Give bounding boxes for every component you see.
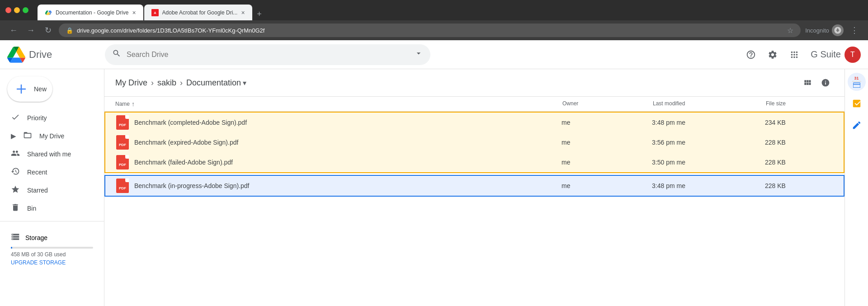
- info-button[interactable]: [817, 75, 834, 91]
- breadcrumb-dropdown-icon[interactable]: ▾: [243, 79, 246, 87]
- storage-bar-bg: [11, 247, 93, 249]
- file-modified-3: 3:50 pm me: [652, 159, 765, 166]
- svg-rect-19: [853, 83, 860, 88]
- sidebar-recent-label: Recent: [27, 169, 47, 176]
- calendar-icon-btn[interactable]: 31: [848, 73, 866, 91]
- recent-icon: [11, 167, 20, 178]
- new-button-icon: [13, 81, 29, 97]
- svg-marker-17: [125, 179, 129, 182]
- storage-bar-fill: [11, 247, 12, 249]
- sidebar-starred-label: Starred: [27, 187, 48, 194]
- my-drive-icon: [23, 131, 32, 142]
- new-button[interactable]: New: [7, 76, 52, 102]
- drive-logo: Drive: [7, 47, 98, 63]
- settings-button[interactable]: [764, 46, 782, 64]
- svg-text:PDF: PDF: [119, 163, 126, 167]
- bookmark-icon[interactable]: ☆: [787, 26, 793, 35]
- svg-text:PDF: PDF: [119, 186, 126, 190]
- svg-marker-9: [125, 135, 129, 139]
- starred-icon: [11, 185, 20, 196]
- close-window-btn[interactable]: [5, 7, 11, 13]
- pdf-icon-2: PDF: [116, 135, 129, 150]
- table-row[interactable]: PDF Benchmark (in-progress-Adobe Sign).p…: [104, 175, 844, 197]
- incognito-avatar: [832, 24, 844, 36]
- incognito-label: Incognito: [805, 27, 829, 34]
- grid-view-button[interactable]: [799, 75, 816, 91]
- refresh-button[interactable]: ↻: [42, 24, 54, 37]
- tabs-bar: Documentation - Google Drive × A Adobe A…: [38, 0, 266, 20]
- header-actions: G Suite T: [742, 46, 861, 64]
- file-size-4: 228 KB: [765, 182, 833, 189]
- sidebar-item-bin[interactable]: Bin: [0, 199, 97, 217]
- tab2-close[interactable]: ×: [241, 9, 245, 16]
- minimize-window-btn[interactable]: [14, 7, 20, 13]
- svg-text:A: A: [154, 11, 156, 15]
- sidebar-priority-label: Priority: [27, 114, 47, 122]
- tab1-title: Documentation - Google Drive: [56, 9, 128, 16]
- tasks-icon-btn[interactable]: [848, 94, 866, 113]
- browser-menu[interactable]: ⋮: [848, 24, 861, 37]
- col-modified: Last modified: [653, 100, 766, 108]
- search-icon: [112, 49, 121, 60]
- svg-rect-15: [116, 179, 129, 193]
- app-header: Drive G Suite T: [0, 40, 868, 69]
- user-avatar[interactable]: T: [844, 47, 861, 63]
- breadcrumb-sep-2: ›: [180, 78, 183, 88]
- maximize-window-btn[interactable]: [23, 7, 28, 13]
- forward-button[interactable]: →: [24, 24, 37, 37]
- address-bar[interactable]: 🔒 drive.google.com/drive/folders/1D3fLOA…: [59, 24, 801, 37]
- storage-section: Storage 458 MB of 30 GB used UPGRADE STO…: [0, 225, 104, 273]
- sidebar-item-recent[interactable]: Recent: [0, 163, 97, 181]
- search-bar[interactable]: [105, 44, 430, 65]
- table-row[interactable]: PDF Benchmark (completed-Adobe Sign).pdf…: [104, 112, 844, 132]
- gsuite-text: G Suite: [811, 49, 841, 60]
- file-name-cell-1: PDF Benchmark (completed-Adobe Sign).pdf: [116, 115, 561, 130]
- help-button[interactable]: [742, 46, 760, 64]
- file-list-header: Name ↑ Owner Last modified File size: [104, 97, 844, 112]
- breadcrumb-sakib[interactable]: sakib: [157, 78, 176, 88]
- table-row[interactable]: PDF Benchmark (expired-Adobe Sign).pdf m…: [104, 132, 844, 152]
- file-size-2: 228 KB: [765, 139, 833, 146]
- search-input[interactable]: [127, 51, 409, 59]
- lock-icon: 🔒: [66, 27, 73, 34]
- apps-button[interactable]: [785, 46, 803, 64]
- acrobat-favicon: A: [151, 9, 159, 16]
- pen-icon-btn[interactable]: [848, 116, 866, 134]
- drive-logo-icon: [7, 47, 25, 63]
- svg-marker-5: [125, 115, 129, 119]
- tab-acrobat[interactable]: A Adobe Acrobat for Google Dri... ×: [144, 5, 252, 20]
- back-button[interactable]: ←: [7, 24, 20, 37]
- sidebar-item-my-drive[interactable]: ▶ My Drive: [0, 127, 97, 145]
- svg-text:PDF: PDF: [119, 143, 126, 147]
- address-bar-row: ← → ↻ 🔒 drive.google.com/drive/folders/1…: [0, 20, 868, 40]
- drive-favicon: [45, 9, 52, 16]
- address-text: drive.google.com/drive/folders/1D3fLOA5t…: [77, 27, 264, 34]
- breadcrumb-my-drive[interactable]: My Drive: [115, 78, 147, 88]
- file-size-3: 228 KB: [765, 159, 833, 166]
- sidebar: New Priority ▶ My Drive Shared with me: [0, 69, 104, 306]
- sidebar-item-shared[interactable]: Shared with me: [0, 145, 97, 163]
- upgrade-storage-link[interactable]: UPGRADE STORAGE: [11, 259, 93, 266]
- new-button-label: New: [34, 85, 47, 93]
- sidebar-my-drive-label: My Drive: [39, 132, 64, 140]
- new-tab-button[interactable]: +: [253, 8, 266, 20]
- sidebar-item-priority[interactable]: Priority: [0, 109, 97, 127]
- file-name-cell-4: PDF Benchmark (in-progress-Adobe Sign).p…: [116, 179, 561, 193]
- file-modified-1: 3:48 pm me: [652, 119, 765, 126]
- table-row[interactable]: PDF Benchmark (failed-Adobe Sign).pdf me…: [104, 152, 844, 173]
- tab1-close[interactable]: ×: [132, 9, 136, 16]
- search-dropdown-icon[interactable]: [414, 49, 423, 60]
- traffic-lights: [5, 7, 28, 13]
- svg-rect-3: [116, 115, 129, 130]
- tab-documentation-drive[interactable]: Documentation - Google Drive ×: [38, 5, 143, 20]
- sidebar-bin-label: Bin: [27, 205, 36, 212]
- file-name-2: Benchmark (expired-Adobe Sign).pdf: [134, 139, 238, 146]
- col-size: File size: [766, 100, 834, 108]
- pdf-icon-3: PDF: [116, 155, 129, 169]
- priority-icon: [11, 113, 20, 124]
- sidebar-item-starred[interactable]: Starred: [0, 181, 97, 199]
- breadcrumb-current: Documentation ▾: [186, 78, 246, 88]
- file-name-4: Benchmark (in-progress-Adobe Sign).pdf: [134, 182, 249, 189]
- drive-logo-text: Drive: [29, 49, 52, 61]
- svg-rect-7: [116, 135, 129, 150]
